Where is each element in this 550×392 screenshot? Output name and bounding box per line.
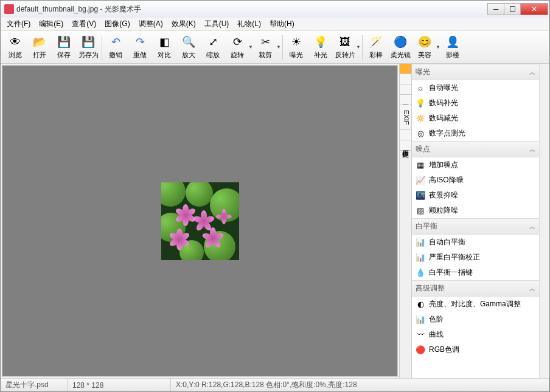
wand-button[interactable]: 🪄彩棒	[364, 32, 388, 63]
sun-icon: ☀	[289, 35, 304, 49]
lens-icon: 🔵	[393, 35, 408, 49]
status-file: 星光十字.psd	[1, 379, 68, 391]
levels-icon: 📊	[416, 315, 425, 325]
item-grain-denoise[interactable]: ▨颗粒降噪	[412, 203, 539, 218]
item-brightness[interactable]: ◐亮度、对比度、Gamma调整	[412, 297, 539, 312]
menu-gift[interactable]: 礼物(L)	[234, 18, 265, 30]
fill-button[interactable]: 💡补光	[308, 32, 333, 63]
item-digital-dim[interactable]: 🔅数码减光	[412, 111, 539, 126]
item-wb-onekey[interactable]: 💧白平衡一指键	[412, 265, 539, 280]
target-icon: ◎	[416, 129, 425, 139]
chevron-down-icon[interactable]: ▼	[356, 44, 361, 50]
undo-icon: ↶	[108, 35, 123, 49]
face-icon: 😊	[417, 35, 432, 49]
undo-button[interactable]: ↶撤销	[103, 32, 128, 63]
item-curves[interactable]: 〰曲线	[412, 327, 539, 342]
maximize-button[interactable]: ☐	[504, 3, 521, 15]
vtab-community[interactable]: 光影社区	[400, 130, 411, 140]
menu-adjust[interactable]: 调整(A)	[135, 18, 167, 30]
menu-tools[interactable]: 工具(U)	[201, 18, 233, 30]
zoomout-icon: ⤢	[206, 35, 220, 49]
redo-button[interactable]: ↷重做	[128, 32, 152, 63]
toolbar-separator	[362, 35, 363, 60]
vtab-tools[interactable]: 便捷工具	[400, 95, 411, 105]
window-title: default_thumbnail_bg.jpg - 光影魔术手	[16, 4, 488, 15]
vtab-exif[interactable]: EXIF	[400, 105, 411, 130]
minimize-button[interactable]: ─	[487, 3, 504, 15]
dim-icon: 🔅	[416, 114, 425, 123]
item-add-noise[interactable]: ▦增加噪点	[412, 157, 539, 173]
item-rgb[interactable]: 🔴RGB色调	[412, 342, 539, 357]
chart-icon: 📈	[416, 176, 425, 185]
saveas-button[interactable]: 💾另存为	[76, 32, 100, 63]
chevron-down-icon[interactable]: ▼	[436, 44, 440, 50]
collapse-icon: ︽	[529, 68, 535, 77]
vtab-history[interactable]: 操作历史	[400, 140, 411, 151]
group-noise[interactable]: 噪点︽	[412, 141, 539, 157]
bulb-icon: 💡	[313, 35, 328, 49]
curve-icon: 〰	[416, 330, 425, 340]
group-advanced[interactable]: 高级调整︽	[412, 280, 539, 297]
saveas-icon: 💾	[81, 35, 96, 49]
menu-view[interactable]: 查看(V)	[68, 18, 100, 30]
vertical-tabs: 基本调整 数码暗房 边框图层 便捷工具 EXIF 光影社区 操作历史	[399, 64, 411, 378]
soft-button[interactable]: 🔵柔光镜	[388, 32, 412, 63]
item-iso-denoise[interactable]: 📈高ISO降噪	[412, 173, 539, 188]
scrollbar[interactable]	[539, 64, 549, 378]
group-exposure[interactable]: 曝光︽	[412, 64, 539, 80]
compare-button[interactable]: ◧对比	[152, 32, 176, 63]
bars-icon: 📊	[416, 253, 425, 263]
menu-image[interactable]: 图像(G)	[101, 18, 133, 30]
collapse-icon: ︽	[529, 284, 535, 293]
chevron-down-icon[interactable]: ▼	[248, 44, 253, 50]
browse-button[interactable]: 👁浏览	[3, 32, 27, 63]
item-night-denoise[interactable]: 🌃夜景抑噪	[412, 188, 539, 203]
item-digital-fill[interactable]: 💡数码补光	[412, 95, 539, 111]
rotate-button[interactable]: ⟳旋转	[225, 32, 249, 63]
grain-icon: ▨	[416, 206, 425, 216]
open-button[interactable]: 📂打开	[27, 32, 52, 63]
zoomout-button[interactable]: ⤢缩放	[201, 32, 225, 63]
save-button[interactable]: 💾保存	[52, 32, 76, 63]
noise-icon: ▦	[416, 160, 425, 170]
item-levels[interactable]: 📊色阶	[412, 312, 539, 327]
studio-button[interactable]: 👤影楼	[440, 32, 465, 63]
night-icon: 🌃	[416, 191, 425, 201]
sun-icon: ☼	[416, 83, 425, 93]
vtab-border[interactable]: 边框图层	[400, 84, 411, 95]
chevron-down-icon[interactable]: ▼	[276, 44, 281, 50]
menu-edit[interactable]: 编辑(E)	[35, 18, 67, 30]
crop-button[interactable]: ✂裁剪	[253, 32, 277, 63]
color-icon: 🔴	[416, 345, 425, 355]
menu-help[interactable]: 帮助(H)	[266, 18, 298, 30]
menu-effect[interactable]: 效果(K)	[168, 18, 200, 30]
bulb-icon: 💡	[416, 98, 425, 108]
contrast-icon: ◐	[416, 300, 425, 309]
image-icon: 🖼	[338, 35, 352, 49]
person-icon: 👤	[445, 35, 460, 49]
exposure-button[interactable]: ☀曝光	[284, 32, 308, 63]
save-icon: 💾	[57, 35, 71, 49]
menubar: 文件(F) 编辑(E) 查看(V) 图像(G) 调整(A) 效果(K) 工具(U…	[1, 18, 549, 31]
eye-icon: 👁	[8, 35, 23, 49]
canvas[interactable]	[2, 66, 397, 376]
vtab-basic[interactable]: 基本调整	[400, 64, 411, 74]
item-auto-exposure[interactable]: ☼自动曝光	[412, 80, 539, 95]
app-icon	[4, 4, 14, 14]
crop-icon: ✂	[258, 35, 273, 49]
item-auto-wb[interactable]: 📊自动白平衡	[412, 235, 539, 250]
invert-button[interactable]: 🖼反转片	[333, 32, 357, 63]
item-wb-correct[interactable]: 📊严重白平衡校正	[412, 250, 539, 265]
zoomin-icon: 🔍	[181, 35, 196, 49]
vtab-darkroom[interactable]: 数码暗房	[400, 74, 411, 84]
zoomin-button[interactable]: 🔍放大	[176, 32, 201, 63]
image-thumbnail	[161, 182, 239, 260]
menu-file[interactable]: 文件(F)	[3, 18, 34, 30]
group-wb[interactable]: 白平衡︽	[412, 218, 539, 235]
toolbar-separator	[102, 35, 102, 60]
beauty-button[interactable]: 😊美容	[412, 32, 437, 63]
item-spot-meter[interactable]: ◎数字点测光	[412, 126, 539, 141]
close-button[interactable]: ✕	[520, 3, 548, 15]
toolbar: 👁浏览 📂打开 💾保存 💾另存为 ↶撤销 ↷重做 ◧对比 🔍放大 ⤢缩放 ⟳旋转…	[1, 31, 549, 64]
dropper-icon: 💧	[416, 268, 425, 278]
